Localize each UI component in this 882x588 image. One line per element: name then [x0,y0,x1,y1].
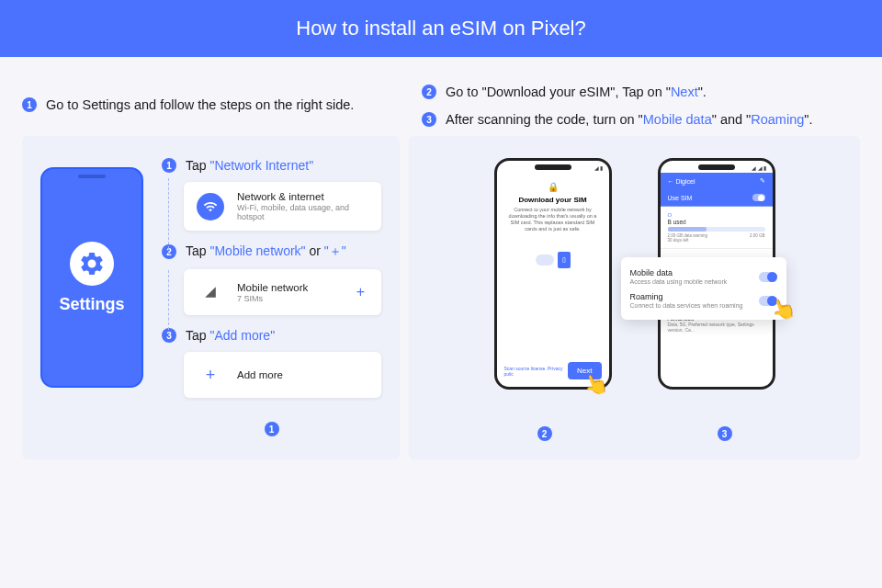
download-sim-desc: Connect to your mobile network by downlo… [504,207,602,233]
plus-icon[interactable]: + [353,284,368,300]
instruction-left: 1 Go to Settings and follow the steps on… [22,85,403,127]
steps-list: 1 Tap "Network Internet" Network & inter… [162,158,381,441]
instructions: 1 Go to Settings and follow the steps on… [0,57,882,136]
step-badge-2: 2 [162,244,176,259]
instruction-3-text: After scanning the code, turn on "Mobile… [446,112,812,127]
panel-1: Settings 1 Tap "Network Internet" Networ… [22,136,400,459]
card-subtitle: 7 SIMs [237,294,340,303]
network-internet-card[interactable]: Network & internet Wi-Fi, mobile, data u… [184,182,381,231]
instruction-right: 2 Go to "Download your eSIM", Tap on "Ne… [422,85,860,127]
card-title: Add more [237,369,368,380]
mobile-data-row[interactable]: Mobile dataAccess data using mobile netw… [630,265,777,288]
download-sim-phone: ◢ ▮ 🔒 Download your SIM Connect to your … [494,158,612,390]
edit-icon[interactable]: ✎ [760,177,765,185]
gear-icon [70,242,114,286]
step-2: 2 Tap "Mobile network" or "＋" Mobile net… [162,243,381,315]
plus-icon: + [197,361,224,389]
badge-3: 3 [422,112,436,127]
step-badge-3: 3 [162,328,176,343]
panel-footer-badge-3: 3 [718,426,732,441]
mobile-data-toggle[interactable] [759,272,777,282]
status-bar: ◢ ◢ ▮ [661,161,773,173]
step-3: 3 Tap "Add more" + Add more [162,328,381,398]
sim-icon: ▯ [558,252,571,268]
privacy-link[interactable]: Scan source license. Privacy polic [504,366,569,377]
instruction-2-text: Go to "Download your eSIM", Tap on "Next… [446,85,707,99]
step-1: 1 Tap "Network Internet" Network & inter… [162,158,381,231]
roaming-row[interactable]: RoamingConnect to data services when roa… [630,288,777,312]
card-subtitle: Wi-Fi, mobile, data usage, and hotspot [237,203,368,221]
settings-label: Settings [59,295,124,314]
panels: Settings 1 Tap "Network Internet" Networ… [0,136,882,459]
data-usage-section: O B used 2.00 GB data warning2.00 GB 30 … [661,207,773,249]
usage-bar [668,227,765,232]
use-sim-toggle[interactable] [752,194,765,201]
phone-3-wrap: ◢ ◢ ▮ ← Digicel✎ Use SIM O B used 2.00 G… [658,158,775,390]
use-sim-row[interactable]: Use SIM [661,189,773,207]
instruction-3: 3 After scanning the code, turn on "Mobi… [422,112,860,127]
cloud-icon [536,254,554,266]
step-badge-1: 1 [162,158,176,173]
sim-illustration: ▯ [504,252,602,268]
download-sim-title: Download your SIM [504,196,602,204]
badge-1: 1 [22,97,37,112]
footer-badge-row: 1 [162,422,381,436]
panel-footer-badge-2: 2 [537,426,552,441]
add-more-card[interactable]: + Add more [184,352,381,398]
settings-phone-mock: Settings [40,167,143,388]
step-2-text: Tap "Mobile network" or "＋" [186,243,346,260]
panel-footer-badge-1: 1 [265,422,279,436]
card-title: Mobile network [237,282,340,293]
settings-phone-column: Settings [40,158,143,441]
signal-icon [197,278,224,306]
footer-badge-row: 2 3 [427,426,842,441]
step-1-text: Tap "Network Internet" [186,158,313,173]
carrier-header: ← Digicel✎ [661,173,773,189]
step-3-text: Tap "Add more" [186,328,275,343]
lock-icon: 🔒 [504,182,602,192]
badge-2: 2 [422,85,436,99]
page-title: How to install an eSIM on Pixel? [0,0,882,57]
mobile-network-card[interactable]: Mobile network 7 SIMs + [184,269,381,315]
phone-2-wrap: ◢ ▮ 🔒 Download your SIM Connect to your … [494,158,612,390]
panel-2-3: ◢ ▮ 🔒 Download your SIM Connect to your … [409,136,860,459]
wifi-icon [197,193,224,220]
instruction-1-text: Go to Settings and follow the steps on t… [46,97,354,112]
card-title: Network & internet [237,191,368,202]
toggle-overlay: Mobile dataAccess data using mobile netw… [621,257,786,320]
status-bar: ◢ ▮ [497,161,609,173]
instruction-2: 2 Go to "Download your eSIM", Tap on "Ne… [422,85,860,99]
